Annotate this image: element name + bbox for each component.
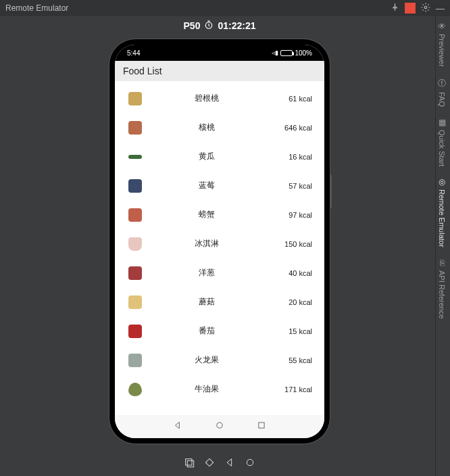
side-tab-quickstart[interactable]: ▦ Quick Start: [436, 112, 448, 172]
list-item[interactable]: 螃蟹 97 kcal: [122, 200, 318, 229]
home-icon[interactable]: [245, 457, 255, 468]
food-name: 碧根桃: [142, 93, 272, 104]
android-navbar: [115, 415, 324, 438]
side-tab-api-reference[interactable]: ⎘ API Reference: [436, 253, 448, 325]
svg-point-2: [217, 423, 222, 428]
food-kcal: 171 kcal: [272, 385, 312, 394]
food-thumbnail: [128, 295, 142, 309]
food-thumbnail: [128, 325, 142, 338]
status-time: 5:44: [127, 49, 140, 57]
phone-frame: 5:44 ◃▮ 100% Food List 碧根桃 61 kcal: [109, 39, 330, 444]
food-kcal: 150 kcal: [272, 240, 312, 248]
list-item[interactable]: 蘑菇 20 kcal: [122, 287, 318, 316]
doc-icon: ⎘: [440, 258, 445, 268]
list-item[interactable]: 黄瓜 16 kcal: [122, 142, 318, 171]
list-item[interactable]: 洋葱 40 kcal: [122, 258, 318, 287]
food-thumbnail: [128, 208, 142, 222]
food-kcal: 57 kcal: [272, 182, 312, 190]
food-kcal: 97 kcal: [272, 211, 312, 219]
food-kcal: 20 kcal: [272, 298, 312, 306]
food-kcal: 15 kcal: [272, 327, 312, 335]
timer-value: 01:22:21: [218, 20, 255, 31]
page-title: Food List: [123, 66, 162, 76]
stop-button[interactable]: [405, 3, 416, 14]
food-name: 牛油果: [142, 383, 272, 395]
food-thumbnail: [128, 354, 142, 367]
food-name: 螃蟹: [142, 209, 272, 220]
food-thumbnail: [128, 237, 142, 251]
food-name: 黄瓜: [142, 151, 272, 162]
side-tab-previewer[interactable]: 👁 Previewer: [436, 16, 448, 72]
food-name: 洋葱: [142, 267, 272, 279]
battery-pct: 100%: [295, 49, 312, 57]
ide-title: Remote Emulator: [5, 3, 391, 13]
food-kcal: 61 kcal: [272, 95, 312, 103]
list-item[interactable]: 牛油果 171 kcal: [122, 375, 318, 404]
food-kcal: 40 kcal: [272, 269, 312, 277]
battery-icon: [280, 50, 293, 56]
food-name: 番茄: [142, 325, 272, 337]
food-name: 冰淇淋: [142, 238, 272, 249]
food-name: 火龙果: [142, 354, 272, 366]
food-thumbnail: [128, 266, 142, 280]
svg-point-0: [424, 6, 427, 9]
side-tab-remote-emulator[interactable]: ◎ Remote Emulator: [436, 172, 448, 253]
food-name: 核桃: [142, 122, 272, 133]
list-item[interactable]: 碧根桃 61 kcal: [122, 84, 318, 113]
device-label: P50: [184, 20, 201, 31]
rotate-icon[interactable]: [204, 457, 215, 468]
food-kcal: 646 kcal: [272, 124, 312, 132]
food-list[interactable]: 碧根桃 61 kcal 核桃 646 kcal 黄瓜 16 kcal 蓝莓 57…: [115, 81, 324, 415]
list-item[interactable]: 冰淇淋 150 kcal: [122, 229, 318, 258]
list-item[interactable]: 蓝莓 57 kcal: [122, 171, 318, 200]
emulator-header: P50 01:22:21: [4, 16, 435, 35]
food-thumbnail: [128, 383, 142, 396]
ide-topbar: Remote Emulator —: [0, 0, 450, 16]
nav-home-icon[interactable]: [215, 421, 224, 433]
food-thumbnail: [128, 121, 142, 135]
nav-back-icon[interactable]: [173, 421, 182, 433]
svg-rect-4: [186, 459, 192, 465]
faq-icon: ⓕ: [438, 78, 446, 89]
list-item[interactable]: 番茄 15 kcal: [122, 316, 318, 346]
target-icon: ◎: [439, 177, 445, 187]
eye-icon: 👁: [438, 22, 446, 31]
timer-icon: [204, 20, 214, 32]
pin-icon[interactable]: [391, 3, 399, 14]
food-thumbnail: [128, 92, 142, 105]
food-kcal: 55 kcal: [272, 356, 312, 364]
volume-button: [330, 174, 332, 208]
app-header: Food List: [115, 61, 324, 81]
svg-rect-3: [259, 423, 264, 428]
side-tab-faq[interactable]: ⓕ FAQ: [436, 72, 448, 112]
emulator-panel: P50 01:22:21 5:44 ◃▮ 100% Food List: [4, 16, 435, 476]
minimize-icon[interactable]: —: [436, 3, 445, 14]
food-thumbnail: [128, 155, 142, 159]
gear-icon[interactable]: [421, 3, 430, 14]
list-item[interactable]: 火龙果 55 kcal: [122, 346, 318, 375]
screenshot-icon[interactable]: [184, 457, 195, 468]
nav-recent-icon[interactable]: [257, 421, 266, 433]
camera-notch: [217, 49, 222, 54]
list-item[interactable]: 核桃 646 kcal: [122, 113, 318, 142]
svg-rect-5: [187, 460, 193, 467]
food-thumbnail: [128, 179, 142, 193]
phone-screen[interactable]: 5:44 ◃▮ 100% Food List 碧根桃 61 kcal: [115, 45, 324, 438]
food-name: 蓝莓: [142, 180, 272, 191]
back-icon[interactable]: [224, 457, 235, 468]
side-tabs: 👁 Previewer ⓕ FAQ ▦ Quick Start ◎ Remote…: [435, 16, 450, 476]
svg-rect-6: [205, 458, 213, 466]
svg-point-7: [247, 459, 253, 465]
food-name: 蘑菇: [142, 296, 272, 308]
emulator-controls: [4, 457, 435, 468]
grid-icon: ▦: [439, 118, 446, 127]
signal-icon: ◃▮: [272, 49, 278, 56]
food-kcal: 16 kcal: [272, 153, 312, 161]
